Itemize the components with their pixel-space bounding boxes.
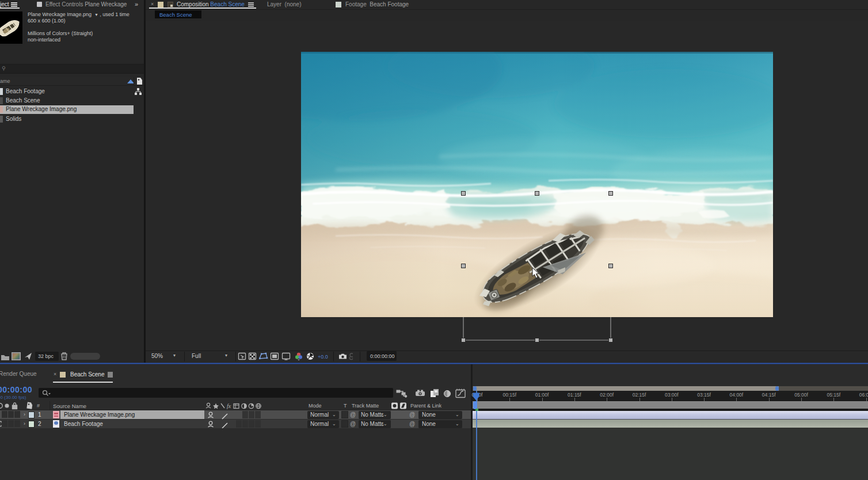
svg-text:fx: fx [227, 403, 231, 409]
svg-text:+0.0: +0.0 [318, 354, 328, 360]
